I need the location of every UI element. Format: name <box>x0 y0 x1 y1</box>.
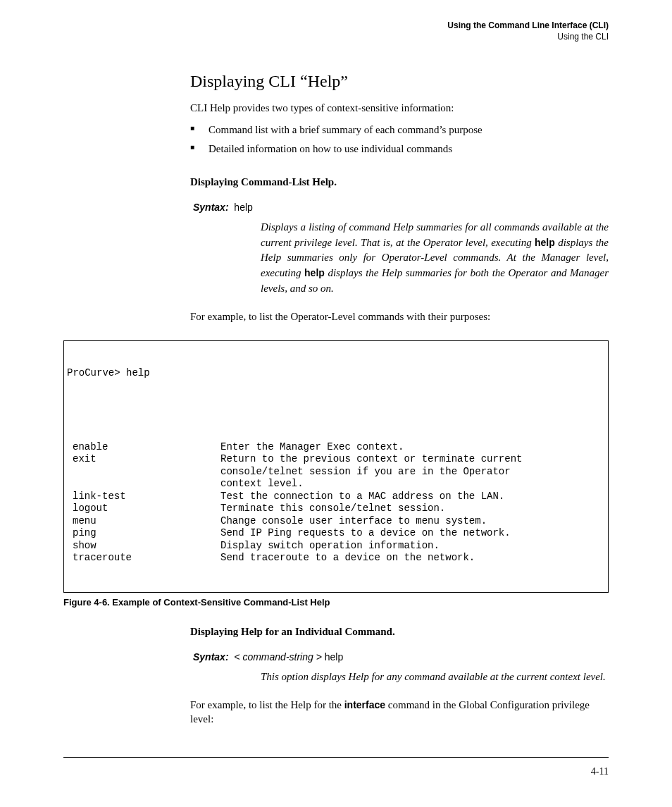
figure-caption: Figure 4-6. Example of Context-Sensitive… <box>63 597 609 608</box>
terminal-output: ProCurve> help enableEnter the Manager E… <box>63 340 609 593</box>
terminal-desc: Display switch operation information. <box>220 540 605 553</box>
keyword: help <box>535 237 555 248</box>
footer-rule <box>63 757 609 758</box>
syntax-arg: < command-string > <box>234 651 322 663</box>
terminal-desc: Send IP Ping requests to a device on the… <box>220 527 605 540</box>
terminal-row: menuChange console user interface to men… <box>67 515 605 528</box>
terminal-cmd: exit <box>67 453 220 466</box>
terminal-cmd: menu <box>67 515 220 528</box>
syntax-block-1: Syntax: help <box>193 202 609 213</box>
example-lead-2: For example, to list the Help for the in… <box>190 698 609 727</box>
bullet-item: Command list with a brief summary of eac… <box>190 123 609 137</box>
running-head-line1: Using the Command Line Interface (CLI) <box>63 20 609 31</box>
bullet-list: Command list with a brief summary of eac… <box>190 123 609 156</box>
syntax-value: help <box>234 202 252 213</box>
main-content: Displaying CLI “Help” CLI Help provides … <box>190 72 609 324</box>
lower-content: Displaying Help for an Individual Comman… <box>190 624 609 727</box>
terminal-row: logoutTerminate this console/telnet sess… <box>67 503 605 515</box>
syntax-label: Syntax: <box>193 202 229 213</box>
page: Using the Command Line Interface (CLI) U… <box>0 0 672 807</box>
description-1: Displays a listing of command Help summa… <box>261 220 609 297</box>
bullet-item: Detailed information on how to use indiv… <box>190 142 609 156</box>
terminal-desc: Return to the previous context or termin… <box>220 453 605 466</box>
terminal-cmd <box>67 478 220 491</box>
terminal-cmd <box>67 466 220 479</box>
terminal-desc: Change console user interface to menu sy… <box>220 515 605 528</box>
text: For example, to list the Help for the <box>190 699 344 710</box>
terminal-row: link-testTest the connection to a MAC ad… <box>67 491 605 503</box>
section-title: Displaying CLI “Help” <box>190 72 609 91</box>
subheading-2: Displaying Help for an Individual Comman… <box>190 624 609 639</box>
terminal-cmd: traceroute <box>67 552 220 565</box>
terminal-row: context level. <box>67 478 605 491</box>
description-2: This option displays Help for any comman… <box>261 670 609 685</box>
syntax-label: Syntax: <box>193 651 229 663</box>
terminal-row: pingSend IP Ping requests to a device on… <box>67 527 605 540</box>
intro-text: CLI Help provides two types of context-s… <box>190 101 609 115</box>
terminal-row: console/telnet session if you are in the… <box>67 466 605 479</box>
terminal-desc: context level. <box>220 478 605 491</box>
terminal-cmd: logout <box>67 503 220 515</box>
terminal-prompt: ProCurve> help <box>67 367 150 380</box>
terminal-desc: Test the connection to a MAC address on … <box>220 491 605 503</box>
terminal-desc: Send traceroute to a device on the netwo… <box>220 552 605 565</box>
terminal-row: exitReturn to the previous context or te… <box>67 453 605 466</box>
terminal-desc: Terminate this console/telnet session. <box>220 503 605 515</box>
terminal-cmd: ping <box>67 527 220 540</box>
syntax-block-2: Syntax: < command-string > help <box>193 651 609 663</box>
terminal-cmd: link-test <box>67 491 220 503</box>
keyword: help <box>304 267 325 278</box>
terminal-cmd: show <box>67 540 220 553</box>
keyword: interface <box>344 699 385 710</box>
example-lead-1: For example, to list the Operator-Level … <box>190 309 609 324</box>
terminal-desc: console/telnet session if you are in the… <box>220 466 605 479</box>
page-number: 4-11 <box>591 766 609 777</box>
subheading-1: Displaying Command-List Help. <box>190 175 609 189</box>
terminal-row: enableEnter the Manager Exec context. <box>67 441 605 454</box>
running-head: Using the Command Line Interface (CLI) U… <box>63 20 609 42</box>
terminal-cmd: enable <box>67 441 220 454</box>
syntax-value: help <box>325 651 343 663</box>
terminal-row: tracerouteSend traceroute to a device on… <box>67 552 605 565</box>
terminal-desc: Enter the Manager Exec context. <box>220 441 605 454</box>
terminal-row: showDisplay switch operation information… <box>67 540 605 553</box>
running-head-line2: Using the CLI <box>63 31 609 42</box>
